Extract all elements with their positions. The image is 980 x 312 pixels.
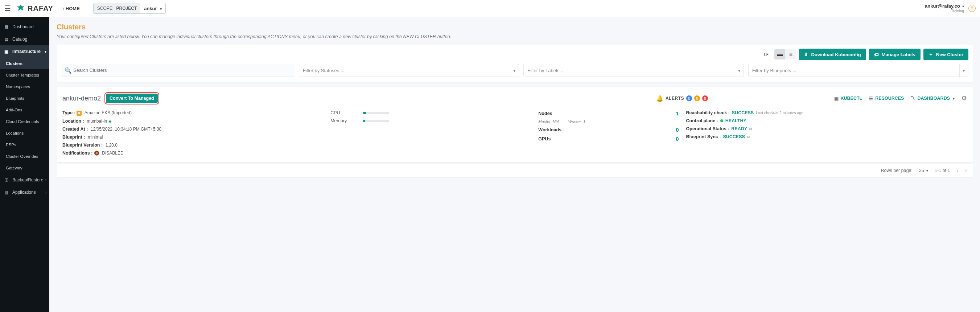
sidebar-item-cloud-credentials[interactable]: Cloud Credentials: [0, 116, 49, 127]
nodes-value: 1: [676, 110, 679, 116]
op-label: Operational Status :: [686, 126, 729, 131]
sidebar-item-catalog[interactable]: ▤Catalog: [0, 33, 49, 45]
alert-info-badge[interactable]: 0: [686, 96, 692, 101]
manage-labels-button[interactable]: 🏷Manage Labels: [869, 49, 921, 60]
sidebar-item-blueprints[interactable]: Blueprints: [0, 92, 49, 104]
cluster-name[interactable]: ankur-demo2: [62, 95, 101, 102]
memory-label: Memory: [331, 118, 356, 123]
sidebar-item-cluster-templates[interactable]: Cluster Templates: [0, 69, 49, 81]
sidebar-item-backup-restore[interactable]: ◫Backup/Restore›: [0, 174, 49, 186]
external-link-icon[interactable]: ⧉: [749, 127, 752, 131]
health-dot-icon: [720, 119, 723, 122]
filter-status-select[interactable]: Filter by Statuses ...▾: [299, 64, 519, 77]
sidebar-item-applications[interactable]: ▥Applications›: [0, 186, 49, 199]
chevron-right-icon: ›: [45, 178, 46, 182]
main-content: Clusters Your configured Clusters are li…: [49, 17, 980, 312]
bpver-value: 1.20.0: [105, 143, 118, 148]
sidebar-item-addons[interactable]: Add-Ons: [0, 104, 49, 116]
dashboards-link[interactable]: 〽DASHBOARDS: [910, 96, 955, 101]
gear-icon[interactable]: ⚙: [961, 94, 967, 102]
external-link-icon[interactable]: ⧉: [747, 135, 750, 139]
logo[interactable]: RAFAY: [16, 4, 53, 13]
sidebar-item-infrastructure[interactable]: ▣Infrastructure▾: [0, 45, 49, 58]
chevron-down-icon: [952, 96, 955, 101]
filter-labels-select[interactable]: Filter by Labels ...▾: [523, 64, 743, 77]
cp-value: HEALTHY: [725, 118, 746, 123]
view-list-icon[interactable]: ≡: [785, 49, 796, 59]
bpver-label: Blueprint Version :: [62, 143, 103, 148]
resources-link[interactable]: ☰RESOURCES: [869, 96, 904, 101]
created-value: 12/05/2022, 10:34:18 PM GMT+5:30: [91, 127, 161, 132]
alert-warn-badge[interactable]: 0: [694, 96, 700, 101]
type-value: Amazon EKS (Imported): [84, 110, 132, 115]
chevron-down-icon: ▾: [959, 64, 965, 76]
download-icon: ⬇: [804, 52, 808, 57]
chevron-down-icon: [926, 168, 928, 173]
reach-meta: Last check-in 2 minutes ago: [756, 111, 803, 115]
dashboards-icon: 〽: [910, 96, 915, 101]
scope-selector[interactable]: SCOPE: PROJECT ankur: [93, 3, 166, 14]
notif-value: DISABLED: [102, 151, 123, 156]
infra-icon: ▣: [4, 49, 9, 54]
chevron-down-icon: ▾: [735, 64, 741, 76]
search-clusters-input[interactable]: 🔍: [61, 64, 294, 77]
chevron-right-icon: ›: [45, 191, 46, 194]
rows-per-page-label: Rows per page:: [881, 168, 913, 173]
reach-label: Reachability check :: [686, 110, 730, 115]
home-icon: ⌂: [61, 6, 64, 11]
gpus-value: 0: [676, 136, 679, 142]
home-label: HOME: [66, 6, 80, 11]
view-card-icon[interactable]: ▬: [774, 49, 785, 59]
sidebar-item-namespaces[interactable]: Namespaces: [0, 81, 49, 92]
kubectl-link[interactable]: ▣KUBECTL: [834, 96, 862, 101]
dashboard-icon: ▦: [4, 24, 9, 29]
rows-per-page-select[interactable]: 25: [919, 168, 928, 173]
sidebar-item-dashboard[interactable]: ▦Dashboard: [0, 21, 49, 33]
convert-to-managed-button[interactable]: Convert To Managed: [106, 94, 158, 103]
sidebar-item-locations[interactable]: Locations: [0, 127, 49, 139]
scope-label: SCOPE: PROJECT: [94, 3, 140, 13]
type-label: Type :: [62, 110, 75, 115]
page-range: 1-1 of 1: [935, 168, 950, 173]
next-page-icon[interactable]: ›: [965, 167, 967, 174]
terminal-icon: ▣: [834, 96, 838, 101]
refresh-icon[interactable]: ⟳: [760, 49, 772, 60]
home-link[interactable]: ⌂ HOME: [58, 6, 83, 11]
location-icon: ◉: [108, 119, 112, 123]
reach-value: SUCCESS: [732, 110, 754, 115]
page-title: Clusters: [57, 23, 973, 31]
location-label: Location :: [62, 119, 84, 124]
filter-blueprints-select[interactable]: Filter by Blueprints ...▾: [748, 64, 968, 77]
menu-toggle-icon[interactable]: ☰: [4, 4, 11, 13]
prev-page-icon[interactable]: ‹: [956, 167, 958, 174]
blueprint-label: Blueprint :: [62, 135, 85, 140]
op-value: READY: [731, 126, 747, 131]
sidebar-item-psps[interactable]: PSPs: [0, 139, 49, 151]
sidebar-item-gateway[interactable]: Gateway: [0, 162, 49, 174]
download-kubeconfig-button[interactable]: ⬇Download Kubeconfig: [799, 49, 866, 60]
blueprint-value: minimal: [88, 135, 103, 140]
created-label: Created At :: [62, 127, 88, 132]
alert-error-badge[interactable]: 0: [702, 96, 708, 101]
highlight-ring: Convert To Managed: [105, 92, 159, 105]
search-icon: 🔍: [65, 67, 72, 74]
workloads-label: Workloads: [538, 127, 562, 132]
workloads-value: 0: [676, 127, 679, 133]
bell-icon: 🔔: [656, 95, 663, 102]
user-menu[interactable]: ankur@rafay.co Training: [925, 4, 964, 13]
nodes-label: Nodes: [538, 111, 552, 116]
help-icon[interactable]: ?: [968, 5, 976, 12]
scope-value[interactable]: ankur: [140, 6, 165, 11]
notif-label: Notifications :: [62, 151, 92, 156]
plus-icon: ＋: [929, 51, 933, 58]
memory-bar: [363, 120, 389, 122]
sidebar-item-cluster-overrides[interactable]: Cluster Overrides: [0, 151, 49, 162]
eks-icon: ⬢: [76, 111, 82, 116]
chevron-down-icon: ▾: [510, 64, 516, 76]
apps-icon: ▥: [4, 190, 9, 195]
sidebar-item-clusters[interactable]: Clusters: [0, 58, 49, 69]
new-cluster-button[interactable]: ＋New Cluster: [923, 49, 968, 60]
cpu-label: CPU: [331, 110, 356, 115]
logo-icon: [16, 4, 25, 13]
bell-off-icon: 🔕: [94, 151, 99, 156]
